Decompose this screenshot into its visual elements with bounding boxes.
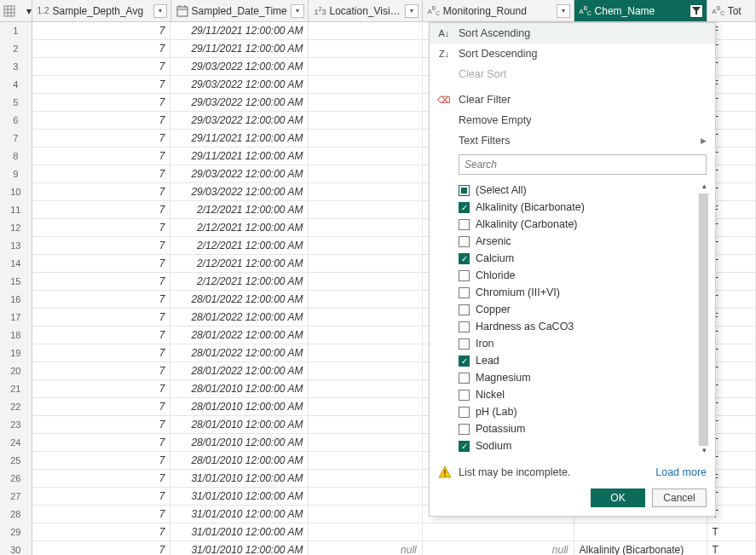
select-all-item[interactable]: (Select All) <box>459 182 708 199</box>
cell-depth: 7 <box>32 291 171 308</box>
checkbox-icon <box>459 373 470 384</box>
cell-last: T <box>707 523 756 541</box>
filter-item[interactable]: ✓Alkalinity (Bicarbonate) <box>459 199 708 216</box>
row-number: 6 <box>0 112 32 130</box>
filter-item[interactable]: Chloride <box>459 267 708 284</box>
column-header-sample_depth_avg[interactable]: 1.2Sample_Depth_Avg▾ <box>32 0 171 21</box>
cancel-button[interactable]: Cancel <box>652 489 707 507</box>
checkbox-checked-icon: ✓ <box>459 356 470 367</box>
filter-item[interactable]: pH (Lab) <box>459 403 708 420</box>
ok-button[interactable]: OK <box>591 489 645 507</box>
cell-depth: 7 <box>32 165 171 182</box>
checkbox-checked-icon: ✓ <box>459 202 470 213</box>
column-header-chem_name[interactable]: ABCChem_Name <box>574 0 707 21</box>
filter-item[interactable]: Alkalinity (Carbonate) <box>459 216 708 233</box>
filter-dropdown-icon[interactable]: ▾ <box>153 4 167 18</box>
cell-last: T <box>707 541 756 555</box>
column-header-location_visit_id[interactable]: 123Location_Visit_ID▾ <box>309 0 422 21</box>
column-header-tot[interactable]: ABCTot <box>707 0 756 21</box>
filter-search-input[interactable] <box>459 154 707 175</box>
scroll-up-icon[interactable]: ▴ <box>698 182 708 194</box>
filter-item[interactable]: Copper <box>459 301 708 318</box>
cell-round <box>423 523 574 541</box>
row-number: 1 <box>0 22 32 40</box>
table-menu-btn[interactable]: ▾ <box>26 5 32 17</box>
cell-depth: 7 <box>32 201 171 218</box>
cell-depth: 7 <box>32 58 171 75</box>
table-row[interactable]: 30731/01/2010 12:00:00 AMnullnullAlkalin… <box>0 541 756 555</box>
filter-dropdown-icon[interactable]: ▾ <box>291 4 304 18</box>
checkbox-icon <box>459 321 470 332</box>
cell-visit <box>309 416 422 433</box>
row-number: 24 <box>0 434 32 452</box>
load-more-link[interactable]: Load more <box>655 466 707 478</box>
warning-icon <box>438 465 452 479</box>
filter-dropdown-icon[interactable]: ▾ <box>405 4 418 18</box>
row-number: 30 <box>0 541 32 556</box>
scroll-down-icon[interactable]: ▾ <box>698 446 708 458</box>
sort-ascending[interactable]: A↓ Sort Ascending <box>430 23 715 43</box>
remove-empty[interactable]: Remove Empty <box>430 110 715 130</box>
cell-date: 2/12/2021 12:00:00 AM <box>170 255 309 272</box>
row-number: 23 <box>0 416 32 434</box>
type-icon: ABC <box>426 5 441 16</box>
cell-chem: Alkalinity (Bicarbonate) <box>574 541 707 555</box>
cell-depth: 7 <box>32 416 171 433</box>
column-label: Monitoring_Round <box>443 5 555 17</box>
filter-item[interactable]: Iron <box>459 335 708 352</box>
checkbox-icon <box>459 338 470 350</box>
cell-depth: 7 <box>32 273 171 290</box>
row-number: 14 <box>0 255 32 273</box>
filter-item-label: Potassium <box>476 423 525 435</box>
checkbox-icon <box>459 407 470 418</box>
clear-filter-icon: ⌫ <box>436 95 452 106</box>
row-number: 3 <box>0 58 32 76</box>
filter-item[interactable]: Sulphate <box>459 454 708 458</box>
checklist-scrollbar[interactable]: ▴ ▾ <box>698 182 708 458</box>
cell-depth: 7 <box>32 380 171 397</box>
cell-chem <box>574 523 707 541</box>
cell-depth: 7 <box>32 398 171 415</box>
filter-item-label: Alkalinity (Bicarbonate) <box>476 201 585 213</box>
column-header-monitoring_round[interactable]: ABCMonitoring_Round▾ <box>423 0 574 21</box>
cell-date: 2/12/2021 12:00:00 AM <box>170 237 309 254</box>
cell-visit <box>309 130 422 147</box>
sort-descending[interactable]: Z↓ Sort Descending <box>430 43 715 64</box>
warning-row: List may be incomplete. Load more <box>430 461 715 483</box>
filter-item[interactable]: ✓Lead <box>459 352 708 369</box>
cell-date: 29/11/2021 12:00:00 AM <box>170 40 309 57</box>
cell-date: 29/03/2022 12:00:00 AM <box>170 112 309 129</box>
type-icon: ABC <box>711 5 726 16</box>
row-number: 29 <box>0 523 32 541</box>
filter-dropdown-icon[interactable]: ▾ <box>557 4 570 18</box>
row-number: 15 <box>0 273 32 291</box>
filter-item[interactable]: Arsenic <box>459 233 708 250</box>
column-header-sampled_date_time[interactable]: Sampled_Date_Time▾ <box>171 0 309 21</box>
row-number: 20 <box>0 362 32 380</box>
rownum-header[interactable]: ▾ <box>0 0 32 21</box>
cell-visit <box>309 255 422 272</box>
cell-depth: 7 <box>32 327 171 344</box>
filter-item[interactable]: ✓Sodium <box>459 437 708 454</box>
text-filters[interactable]: Text Filters ▶ <box>430 130 715 151</box>
type-icon: 123 <box>312 5 327 16</box>
filter-active-icon[interactable] <box>690 4 703 18</box>
sort-asc-label: Sort Ascending <box>459 27 530 39</box>
filter-item[interactable]: Hardness as CaCO3 <box>459 318 708 335</box>
cell-depth: 7 <box>32 470 171 487</box>
table-row[interactable]: 29731/01/2010 12:00:00 AMT <box>0 523 756 541</box>
clear-filter[interactable]: ⌫ Clear Filter <box>430 90 715 110</box>
filter-item[interactable]: Potassium <box>459 420 708 437</box>
cell-visit <box>309 434 422 451</box>
cell-visit <box>309 309 422 326</box>
column-label: Sampled_Date_Time <box>192 5 290 17</box>
row-number: 16 <box>0 291 32 309</box>
filter-item[interactable]: Chromium (III+VI) <box>459 284 708 301</box>
sort-desc-label: Sort Descending <box>459 48 537 60</box>
filter-item[interactable]: ✓Calcium <box>459 250 708 267</box>
chevron-right-icon: ▶ <box>701 136 707 145</box>
row-number: 2 <box>0 40 32 58</box>
filter-item[interactable]: Magnesium <box>459 369 708 386</box>
filter-item[interactable]: Nickel <box>459 386 708 403</box>
checkbox-icon <box>459 287 470 298</box>
